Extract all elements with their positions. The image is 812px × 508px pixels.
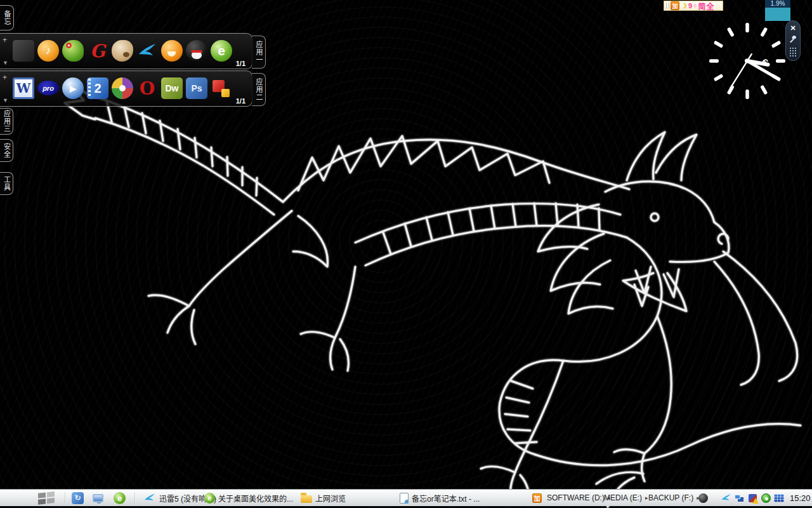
side-tab-tools[interactable]: 工具 bbox=[0, 172, 13, 195]
green-safety-icon bbox=[761, 493, 771, 503]
drive-software-d-label: SOFTWARE (D:) bbox=[547, 493, 605, 502]
clock-second-hand bbox=[729, 53, 752, 89]
ime-toolbar[interactable]: 加 ☽ 9 ○ 简全 bbox=[664, 1, 723, 11]
opera-glyph: O bbox=[140, 78, 155, 99]
notepad-icon bbox=[400, 493, 409, 504]
word-glyph: W bbox=[16, 81, 30, 96]
media-player-icon[interactable]: ▶ bbox=[62, 77, 84, 99]
pro-glyph: pro bbox=[43, 84, 54, 92]
warning-alert-icon bbox=[749, 494, 757, 502]
tray-firewall[interactable] bbox=[774, 490, 784, 506]
ps-glyph: Ps bbox=[191, 83, 202, 93]
dock-row2-add-button[interactable]: + bbox=[3, 74, 7, 81]
task-browser-page-label: 关于桌面美化效果的... bbox=[218, 493, 293, 504]
side-tab-apps3[interactable]: 应用三 bbox=[0, 108, 13, 135]
ime-ring-indicator[interactable]: ○ bbox=[693, 3, 697, 9]
thunder-bird-icon bbox=[721, 493, 731, 502]
tray-alert[interactable] bbox=[749, 490, 757, 506]
drive-toolbar-media-e[interactable]: MEDIA (E:) ▸ bbox=[604, 490, 648, 506]
computer-monitor-icon bbox=[93, 494, 103, 502]
cpu-usage-value: 1.9% bbox=[765, 0, 790, 8]
tray-thunder[interactable] bbox=[721, 490, 731, 506]
parrot-icon[interactable] bbox=[62, 40, 84, 62]
jj-ime-icon: 加 bbox=[532, 493, 542, 503]
quicklaunch-browser[interactable]: e bbox=[114, 490, 126, 506]
black-cube-icon[interactable] bbox=[13, 40, 34, 62]
quicklaunch-flashget[interactable]: ↻ bbox=[72, 490, 84, 506]
picasa-icon[interactable] bbox=[112, 77, 133, 99]
tray-gray-ball[interactable] bbox=[698, 490, 708, 506]
ime-drag-handle[interactable] bbox=[666, 3, 669, 9]
quicklaunch-my-computer[interactable] bbox=[93, 490, 103, 506]
music-note-glyph: ♪ bbox=[46, 44, 51, 57]
dock-row-2: + ▼ W pro ▶ 2 O Dw Ps 1/1 bbox=[0, 70, 252, 107]
video-player-icon[interactable]: 2 bbox=[87, 77, 108, 99]
memo-tab-label: 备忘 bbox=[3, 10, 10, 25]
green-e-browser-icon: e bbox=[204, 493, 215, 504]
dock-row1-tab-label: 应用一 bbox=[255, 41, 262, 64]
two-glyph: 2 bbox=[94, 81, 101, 96]
play-glyph: ▶ bbox=[70, 84, 76, 93]
folder-icon bbox=[301, 495, 312, 503]
side-tab-tools-label: 工具 bbox=[3, 176, 10, 191]
task-browse-folder[interactable]: 上网浏览 bbox=[301, 490, 346, 506]
gray-ball-icon bbox=[698, 493, 708, 503]
drive-toolbar-backup-f[interactable]: BACKUP (F:) ▸ bbox=[648, 490, 700, 506]
flashget-glyph: G bbox=[90, 41, 105, 62]
side-tab-apps3-label: 应用三 bbox=[3, 110, 10, 133]
e-glyph: e bbox=[218, 43, 225, 58]
taskbar-separator bbox=[134, 492, 135, 504]
windows-logo-icon bbox=[37, 491, 56, 505]
ime-simplified-fullwidth-toggle[interactable]: 简全 bbox=[698, 1, 714, 11]
dock-row1-tab[interactable]: 应用一 bbox=[252, 36, 266, 69]
ime-tray-button[interactable]: 加 bbox=[532, 490, 542, 506]
thunder-bird-icon bbox=[143, 493, 156, 503]
taskbar: ↻ e 迅雷5 (没有响应) e 关于桌面美化效果的... 上网浏览 备忘or笔… bbox=[0, 489, 812, 506]
thunder-bird-icon[interactable] bbox=[136, 40, 158, 62]
drive-backup-f-label: BACKUP (F:) bbox=[648, 493, 693, 502]
thunder-bird-glyph bbox=[138, 43, 157, 59]
dock-row1-add-button[interactable]: + bbox=[3, 36, 7, 44]
drive-toolbar-software-d[interactable]: SOFTWARE (D:) ▸ bbox=[547, 490, 610, 506]
side-tab-security[interactable]: 安全 bbox=[0, 139, 13, 162]
word-icon[interactable]: W bbox=[13, 77, 34, 99]
desktop: 备忘 + ▼ ♪ G e 1/1 应用一 + ▼ W bbox=[0, 0, 812, 508]
dock-row1-collapse-button[interactable]: ▼ bbox=[3, 60, 8, 66]
chevron-expand-icon[interactable]: ▸ bbox=[645, 495, 648, 501]
ime-mode-moon-icon[interactable]: ☽ bbox=[681, 2, 687, 10]
task-notepad[interactable]: 备忘or笔记本.txt - ... bbox=[400, 490, 480, 506]
dock-row2-tab[interactable]: 应用二 bbox=[252, 73, 266, 106]
dreamweaver-icon[interactable]: Dw bbox=[161, 77, 183, 99]
clock-center-cap bbox=[745, 59, 750, 64]
ime-logo-button[interactable]: 加 bbox=[671, 1, 679, 10]
wrench-settings-icon[interactable] bbox=[789, 36, 797, 44]
analog-clock-widget[interactable]: 6 bbox=[703, 18, 792, 107]
dock-row-1: + ▼ ♪ G e 1/1 bbox=[0, 33, 252, 69]
flashget-icon[interactable]: G bbox=[87, 40, 108, 62]
task-browser-page[interactable]: e 关于桌面美化效果的... bbox=[204, 490, 293, 506]
pro-app-icon[interactable]: pro bbox=[37, 81, 59, 95]
memo-tab[interactable]: 备忘 bbox=[0, 5, 14, 30]
tray-safety[interactable] bbox=[761, 490, 771, 506]
taskbar-clock[interactable]: 15:20 bbox=[790, 490, 811, 506]
dock-row1-page-indicator: 1/1 bbox=[236, 60, 246, 67]
widget-close-button[interactable]: ✕ bbox=[790, 25, 796, 32]
emule-donkey-icon[interactable] bbox=[112, 40, 133, 62]
red-cubes-icon[interactable] bbox=[211, 77, 232, 99]
widget-drag-handle[interactable] bbox=[789, 47, 797, 57]
opera-icon[interactable]: O bbox=[136, 77, 158, 99]
dock-row2-icons: W pro ▶ 2 O Dw Ps bbox=[13, 77, 232, 99]
tray-network[interactable] bbox=[735, 490, 744, 506]
green-e-browser-icon[interactable]: e bbox=[211, 40, 232, 62]
photoshop-icon[interactable]: Ps bbox=[186, 77, 207, 99]
music-player-icon[interactable]: ♪ bbox=[37, 40, 59, 62]
firewall-brick-icon bbox=[774, 494, 784, 502]
dock-row2-collapse-button[interactable]: ▼ bbox=[3, 98, 8, 104]
qq-penguin-icon[interactable] bbox=[186, 40, 207, 62]
ime-nine-indicator[interactable]: 9 bbox=[688, 2, 692, 10]
taskbar-clock-label: 15:20 bbox=[790, 493, 811, 503]
flashget-quick-icon: ↻ bbox=[72, 492, 84, 504]
orange-mascot-icon[interactable] bbox=[161, 40, 183, 62]
start-button[interactable] bbox=[37, 490, 56, 506]
side-tab-security-label: 安全 bbox=[3, 143, 10, 158]
